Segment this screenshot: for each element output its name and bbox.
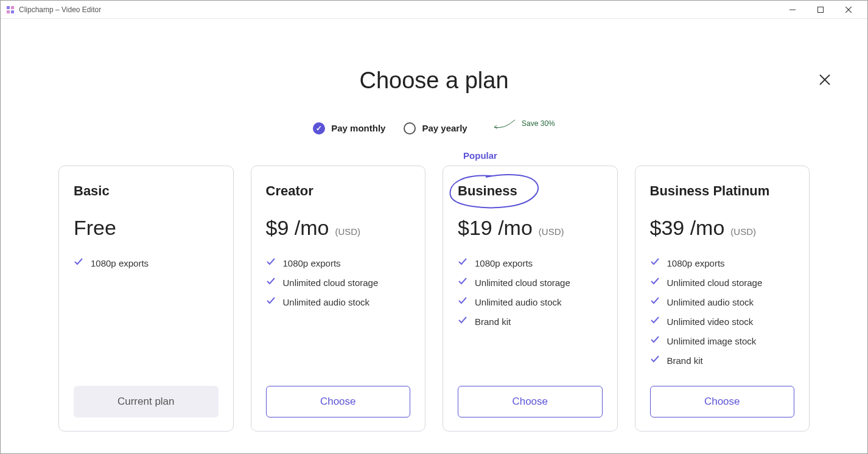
check-icon	[650, 354, 660, 366]
current-plan-button: Current plan	[74, 386, 219, 417]
pay-yearly-option[interactable]: Pay yearly	[404, 122, 467, 134]
check-icon	[650, 335, 660, 347]
feature-item: Unlimited audio stock	[458, 296, 603, 308]
radio-checked-icon	[313, 122, 325, 134]
feature-list: 1080p exports	[74, 257, 219, 374]
feature-text: Unlimited audio stock	[283, 297, 370, 307]
plan-price-row: Free	[74, 216, 219, 240]
feature-text: Unlimited cloud storage	[475, 278, 570, 288]
arrow-icon	[492, 119, 516, 133]
plan-price: $19 /mo	[458, 216, 533, 240]
radio-unchecked-icon	[404, 122, 416, 134]
plan-price: $9 /mo	[266, 216, 329, 240]
check-icon	[650, 315, 660, 327]
plan-card-creator: Creator$9 /mo(USD)1080p exportsUnlimited…	[251, 166, 426, 431]
check-icon	[650, 276, 660, 288]
plan-name: Basic	[74, 183, 219, 199]
plans-grid: BasicFree1080p exportsCurrent planCreato…	[25, 166, 843, 431]
svg-rect-0	[7, 6, 10, 9]
pay-monthly-label: Pay monthly	[331, 123, 385, 133]
pay-yearly-label: Pay yearly	[422, 123, 467, 133]
popular-label: Popular	[117, 150, 843, 161]
feature-text: Unlimited cloud storage	[667, 278, 763, 288]
hand-drawn-circle-icon	[443, 171, 547, 214]
choose-button[interactable]: Choose	[650, 386, 795, 417]
feature-item: 1080p exports	[74, 257, 219, 269]
feature-item: 1080p exports	[458, 257, 603, 269]
feature-text: Unlimited image stock	[667, 336, 757, 346]
feature-text: Unlimited cloud storage	[283, 278, 379, 288]
feature-item: Unlimited video stock	[650, 315, 795, 327]
app-window: Clipchamp – Video Editor Choose a plan P	[0, 0, 868, 454]
feature-list: 1080p exportsUnlimited cloud storageUnli…	[458, 257, 603, 374]
plan-currency: (USD)	[730, 226, 756, 237]
check-icon	[458, 296, 467, 308]
save-badge: Save 30%	[492, 114, 555, 128]
feature-item: Unlimited cloud storage	[650, 276, 795, 288]
feature-item: Brand kit	[650, 354, 795, 366]
feature-text: 1080p exports	[475, 258, 533, 268]
check-icon	[650, 296, 660, 308]
title-bar: Clipchamp – Video Editor	[1, 1, 867, 19]
plan-card-business-platinum: Business Platinum$39 /mo(USD)1080p expor…	[635, 166, 810, 431]
feature-text: Unlimited audio stock	[475, 297, 562, 307]
feature-item: Unlimited image stock	[650, 335, 795, 347]
window-title: Clipchamp – Video Editor	[19, 5, 101, 14]
plan-price-row: $9 /mo(USD)	[266, 216, 411, 240]
feature-list: 1080p exportsUnlimited cloud storageUnli…	[266, 257, 411, 374]
check-icon	[458, 276, 467, 288]
plan-price: Free	[74, 216, 116, 240]
feature-item: 1080p exports	[650, 257, 795, 269]
minimize-button[interactable]	[779, 1, 807, 19]
feature-text: 1080p exports	[667, 258, 725, 268]
svg-rect-1	[11, 6, 14, 9]
save-text: Save 30%	[522, 119, 555, 128]
check-icon	[458, 257, 467, 269]
feature-text: Brand kit	[475, 316, 511, 327]
feature-item: Brand kit	[458, 315, 603, 327]
content-wrapper: Choose a plan Pay monthly Pay yearly	[1, 19, 867, 453]
check-icon	[650, 257, 660, 269]
page-title: Choose a plan	[25, 68, 843, 94]
plan-price: $39 /mo	[650, 216, 725, 240]
feature-text: 1080p exports	[283, 258, 341, 268]
choose-button[interactable]: Choose	[266, 386, 411, 417]
feature-item: Unlimited cloud storage	[458, 276, 603, 288]
check-icon	[266, 276, 276, 288]
plan-name: Business Platinum	[650, 183, 795, 199]
svg-rect-2	[7, 10, 10, 13]
choose-button[interactable]: Choose	[458, 386, 603, 417]
pricing-page: Choose a plan Pay monthly Pay yearly	[1, 19, 867, 453]
plan-currency: (USD)	[539, 226, 564, 237]
check-icon	[266, 296, 276, 308]
feature-item: Unlimited audio stock	[266, 296, 411, 308]
feature-text: Unlimited video stock	[667, 316, 754, 327]
feature-text: Unlimited audio stock	[667, 297, 754, 307]
plan-name: Creator	[266, 183, 411, 199]
feature-list: 1080p exportsUnlimited cloud storageUnli…	[650, 257, 795, 374]
maximize-button[interactable]	[807, 1, 835, 19]
plan-price-row: $39 /mo(USD)	[650, 216, 795, 240]
plan-card-business: Business$19 /mo(USD)1080p exportsUnlimit…	[443, 166, 618, 431]
plan-currency: (USD)	[335, 226, 360, 237]
check-icon	[266, 257, 276, 269]
scroll-area[interactable]: Choose a plan Pay monthly Pay yearly	[1, 19, 867, 453]
plan-price-row: $19 /mo(USD)	[458, 216, 603, 240]
feature-item: 1080p exports	[266, 257, 411, 269]
feature-text: 1080p exports	[91, 258, 149, 268]
pay-monthly-option[interactable]: Pay monthly	[313, 122, 385, 134]
svg-rect-3	[11, 10, 14, 13]
plan-name: Business	[458, 183, 603, 199]
billing-toggle: Pay monthly Pay yearly Save 3	[25, 121, 843, 135]
check-icon	[74, 257, 83, 269]
feature-text: Brand kit	[667, 355, 703, 366]
feature-item: Unlimited cloud storage	[266, 276, 411, 288]
svg-rect-5	[818, 7, 824, 12]
plan-card-basic: BasicFree1080p exportsCurrent plan	[58, 166, 234, 431]
check-icon	[458, 315, 467, 327]
close-icon[interactable]	[819, 74, 831, 88]
app-icon	[5, 5, 15, 15]
feature-item: Unlimited audio stock	[650, 296, 795, 308]
window-close-button[interactable]	[835, 1, 863, 19]
